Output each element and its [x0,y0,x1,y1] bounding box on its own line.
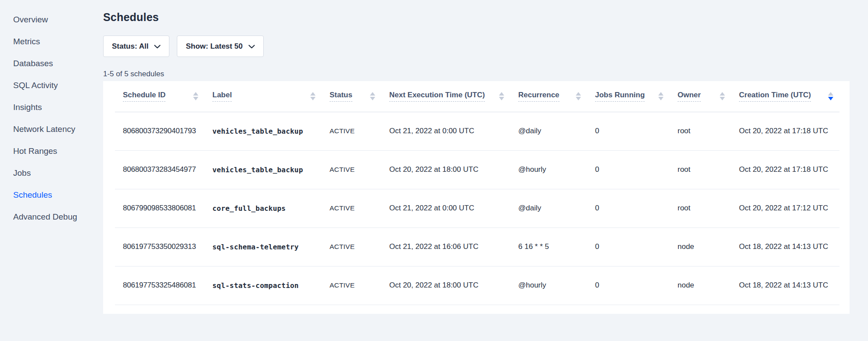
results-count: 1-5 of 5 schedules [103,70,868,78]
table-row[interactable]: 806800373290401793 vehicles_table_backup… [115,112,839,150]
chevron-down-icon [248,45,255,49]
chevron-down-icon [154,45,161,49]
sidebar-item-jobs[interactable]: Jobs [0,162,103,184]
show-filter-label: Show: Latest 50 [186,42,242,51]
cell-next-execution-time: Oct 21, 2022 at 0:00 UTC [381,112,510,150]
column-header-label[interactable]: Label [204,81,322,112]
show-filter-dropdown[interactable]: Show: Latest 50 [177,36,263,57]
schedules-table-card: Schedule ID Label Status Next Execution … [103,81,850,314]
cell-schedule-id: 806197753325486081 [115,266,204,305]
status-filter-label: Status: All [112,42,148,51]
cell-jobs-running: 0 [587,112,670,150]
sidebar-item-hot-ranges[interactable]: Hot Ranges [0,140,103,162]
cell-schedule-id: 806197753350029313 [115,227,204,266]
column-label: Next Execution Time (UTC) [389,91,485,102]
table-row[interactable]: 806197753325486081 sql-stats-compaction … [115,266,839,305]
sort-desc-icon[interactable] [828,92,833,100]
cell-owner: node [670,266,731,305]
cell-jobs-running: 0 [587,189,670,227]
cell-recurrence: @daily [510,189,587,227]
cell-recurrence: 6 16 * * 5 [510,227,587,266]
cell-creation-time: Oct 18, 2022 at 14:13 UTC [731,266,839,305]
column-header-owner[interactable]: Owner [670,81,731,112]
cell-schedule-id: 806800373283454977 [115,150,204,189]
cell-creation-time: Oct 20, 2022 at 17:12 UTC [731,189,839,227]
app-root: Overview Metrics Databases SQL Activity … [0,0,868,341]
cell-status: ACTIVE [322,189,381,227]
sidebar-item-metrics[interactable]: Metrics [0,31,103,53]
cell-schedule-id: 806800373290401793 [115,112,204,150]
table-row[interactable]: 806799098533806081 core_full_backups ACT… [115,189,839,227]
cell-owner: root [670,189,731,227]
cell-creation-time: Oct 20, 2022 at 17:18 UTC [731,112,839,150]
cell-creation-time: Oct 18, 2022 at 14:13 UTC [731,227,839,266]
table-header-row: Schedule ID Label Status Next Execution … [115,81,839,112]
cell-label[interactable]: sql-stats-compaction [204,266,322,305]
column-label: Owner [678,91,701,102]
sidebar-item-network-latency[interactable]: Network Latency [0,118,103,140]
cell-recurrence: @daily [510,112,587,150]
sort-icon[interactable] [576,92,581,100]
column-label: Recurrence [518,91,560,102]
cell-status: ACTIVE [322,112,381,150]
column-label: Label [212,91,232,102]
column-header-recurrence[interactable]: Recurrence [510,81,587,112]
sort-icon[interactable] [720,92,725,100]
cell-next-execution-time: Oct 20, 2022 at 18:00 UTC [381,266,510,305]
cell-recurrence: @hourly [510,266,587,305]
table-row[interactable]: 806197753350029313 sql-schema-telemetry … [115,227,839,266]
cell-status: ACTIVE [322,266,381,305]
sidebar-item-overview[interactable]: Overview [0,9,103,31]
status-filter-dropdown[interactable]: Status: All [103,36,169,57]
sort-icon[interactable] [658,92,664,100]
cell-recurrence: @hourly [510,150,587,189]
table-row[interactable]: 806800373283454977 vehicles_table_backup… [115,150,839,189]
cell-owner: node [670,227,731,266]
schedules-table: Schedule ID Label Status Next Execution … [115,81,839,305]
column-header-jobs-running[interactable]: Jobs Running [587,81,670,112]
sort-icon[interactable] [310,92,316,100]
column-header-creation-time[interactable]: Creation Time (UTC) [731,81,839,112]
cell-status: ACTIVE [322,150,381,189]
column-label: Schedule ID [123,91,165,102]
sidebar-item-advanced-debug[interactable]: Advanced Debug [0,206,103,228]
cell-owner: root [670,112,731,150]
page-title: Schedules [103,11,868,24]
cell-next-execution-time: Oct 20, 2022 at 18:00 UTC [381,150,510,189]
sort-icon[interactable] [499,92,504,100]
sidebar-item-databases[interactable]: Databases [0,53,103,75]
sort-icon[interactable] [370,92,375,100]
cell-jobs-running: 0 [587,227,670,266]
cell-label[interactable]: core_full_backups [204,189,322,227]
cell-label[interactable]: vehicles_table_backup [204,150,322,189]
cell-next-execution-time: Oct 21, 2022 at 16:06 UTC [381,227,510,266]
filter-bar: Status: All Show: Latest 50 [103,36,868,57]
cell-owner: root [670,150,731,189]
column-header-schedule-id[interactable]: Schedule ID [115,81,204,112]
cell-jobs-running: 0 [587,266,670,305]
sidebar-item-schedules[interactable]: Schedules [0,184,103,206]
sort-icon[interactable] [193,92,198,100]
cell-schedule-id: 806799098533806081 [115,189,204,227]
column-header-status[interactable]: Status [322,81,381,112]
cell-label[interactable]: vehicles_table_backup [204,112,322,150]
cell-creation-time: Oct 20, 2022 at 17:18 UTC [731,150,839,189]
cell-label[interactable]: sql-schema-telemetry [204,227,322,266]
main-content: Schedules Status: All Show: Latest 50 1-… [103,0,868,341]
column-label: Jobs Running [595,91,645,102]
sidebar-item-sql-activity[interactable]: SQL Activity [0,75,103,96]
cell-status: ACTIVE [322,227,381,266]
column-label: Status [330,91,352,102]
column-label: Creation Time (UTC) [739,91,811,102]
cell-next-execution-time: Oct 21, 2022 at 0:00 UTC [381,189,510,227]
column-header-next-execution-time[interactable]: Next Execution Time (UTC) [381,81,510,112]
sidebar-item-insights[interactable]: Insights [0,96,103,118]
sidebar: Overview Metrics Databases SQL Activity … [0,0,103,341]
cell-jobs-running: 0 [587,150,670,189]
